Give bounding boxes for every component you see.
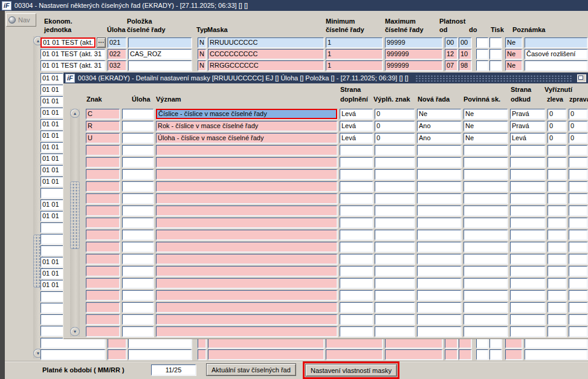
uloha-cell[interactable]: 032 xyxy=(108,60,126,71)
zprava-cell[interactable]: 0 xyxy=(569,133,587,143)
tisk-cell[interactable]: Ne xyxy=(505,60,522,71)
zprava-cell[interactable] xyxy=(569,290,587,300)
znak-cell[interactable] xyxy=(86,230,120,240)
dopl-cell[interactable]: Levá xyxy=(340,109,373,119)
dopl-cell[interactable] xyxy=(340,266,373,276)
vypln-cell[interactable] xyxy=(375,326,415,337)
nova-cell[interactable] xyxy=(417,169,461,180)
zprava-cell[interactable] xyxy=(569,326,587,337)
povinna-cell[interactable]: Ne xyxy=(464,109,508,119)
uloha-cell[interactable] xyxy=(122,278,153,288)
znak-cell[interactable] xyxy=(86,254,120,264)
uloha-cell[interactable] xyxy=(122,242,153,252)
zleva-cell[interactable]: 0 xyxy=(548,121,566,131)
uloha-cell[interactable] xyxy=(122,218,153,228)
odkud-cell[interactable]: Levá xyxy=(510,133,545,143)
nova-cell[interactable] xyxy=(417,193,461,204)
zprava-cell[interactable] xyxy=(569,145,587,155)
min-cell[interactable] xyxy=(326,338,383,348)
ej-cell[interactable] xyxy=(40,338,105,348)
vyznam-cell[interactable] xyxy=(156,290,337,300)
pozn-cell[interactable] xyxy=(525,349,587,360)
povinna-cell[interactable] xyxy=(464,278,508,288)
pozn-cell[interactable]: Časové rozlišení xyxy=(525,49,587,59)
typ-cell[interactable]: N xyxy=(198,37,206,48)
min-cell[interactable]: 1 xyxy=(326,60,383,71)
do2-cell[interactable] xyxy=(489,338,502,348)
nova-cell[interactable] xyxy=(417,145,461,155)
do1-cell[interactable] xyxy=(476,338,488,348)
od2-cell[interactable]: 10 xyxy=(459,49,471,59)
uloha-cell[interactable] xyxy=(108,349,126,360)
odkud-cell[interactable] xyxy=(510,206,545,216)
znak-cell[interactable] xyxy=(86,290,120,300)
zprava-cell[interactable] xyxy=(569,230,587,240)
nova-cell[interactable] xyxy=(417,230,461,240)
odkud-cell[interactable]: Pravá xyxy=(510,121,545,131)
vyznam-cell[interactable] xyxy=(156,302,337,313)
zleva-cell[interactable] xyxy=(548,266,566,276)
dopl-cell[interactable] xyxy=(340,290,373,300)
ej-cell[interactable]: 01 01 TEST (akt. 31 xyxy=(40,60,105,71)
od1-cell[interactable]: 00 xyxy=(445,37,457,48)
zprava-cell[interactable] xyxy=(569,266,587,276)
maska-cell[interactable]: CCCCCCCCCC xyxy=(208,49,324,59)
zleva-cell[interactable] xyxy=(548,230,566,240)
povinna-cell[interactable] xyxy=(464,266,508,276)
povinna-cell[interactable] xyxy=(464,218,508,228)
od2-cell[interactable]: 00 xyxy=(459,37,471,48)
odkud-cell[interactable] xyxy=(510,181,545,192)
min-cell[interactable]: 1 xyxy=(326,49,383,59)
vyznam-cell[interactable] xyxy=(156,326,337,337)
dopl-cell[interactable] xyxy=(340,278,373,288)
do2-cell[interactable] xyxy=(489,37,502,48)
nova-cell[interactable] xyxy=(417,206,461,216)
uloha-cell[interactable] xyxy=(122,181,153,192)
vypln-cell[interactable] xyxy=(375,290,415,300)
ej-lookup-button[interactable]: ··· xyxy=(97,37,106,48)
vypln-cell[interactable] xyxy=(375,266,415,276)
dopl-cell[interactable] xyxy=(340,242,373,252)
do2-cell[interactable] xyxy=(489,349,502,360)
zleva-cell[interactable] xyxy=(548,206,566,216)
nova-cell[interactable] xyxy=(417,181,461,192)
uloha-cell[interactable] xyxy=(122,266,153,276)
vyznam-cell[interactable]: Číslice - číslice v masce číselné řady xyxy=(156,109,337,119)
od1-cell[interactable]: 07 xyxy=(445,60,457,71)
dopl-cell[interactable] xyxy=(340,157,373,167)
dialog-scroll-down-icon[interactable]: ▼ xyxy=(70,327,80,336)
znak-cell[interactable] xyxy=(86,181,120,192)
uloha-cell[interactable] xyxy=(122,193,153,204)
vypln-cell[interactable] xyxy=(375,157,415,167)
nova-cell[interactable] xyxy=(417,254,461,264)
vypln-cell[interactable] xyxy=(375,278,415,288)
zleva-cell[interactable] xyxy=(548,326,566,337)
vypln-cell[interactable] xyxy=(375,181,415,192)
typ-cell[interactable] xyxy=(198,338,206,348)
vyznam-cell[interactable] xyxy=(156,169,337,180)
vyznam-cell[interactable]: Rok - číslice v masce číselné řady xyxy=(156,121,337,131)
vyznam-cell[interactable] xyxy=(156,230,337,240)
vypln-cell[interactable]: 0 xyxy=(375,121,415,131)
vyznam-cell[interactable] xyxy=(156,218,337,228)
nova-cell[interactable] xyxy=(417,278,461,288)
nova-cell[interactable]: Ano xyxy=(417,121,461,131)
odkud-cell[interactable] xyxy=(510,290,545,300)
uloha-cell[interactable] xyxy=(122,157,153,167)
do1-cell[interactable] xyxy=(476,49,488,59)
zprava-cell[interactable] xyxy=(569,157,587,167)
uloha-cell[interactable] xyxy=(122,326,153,337)
nav-toggle[interactable]: Nav xyxy=(6,13,36,27)
zprava-cell[interactable] xyxy=(569,254,587,264)
zleva-cell[interactable] xyxy=(548,145,566,155)
nova-cell[interactable]: Ne xyxy=(417,109,461,119)
zleva-cell[interactable] xyxy=(548,302,566,313)
odkud-cell[interactable] xyxy=(510,314,545,325)
current-state-button[interactable]: Aktuální stav číselných řad xyxy=(206,363,296,376)
polozka-cell[interactable] xyxy=(128,37,192,48)
maska-cell[interactable]: RRUUUCCCCC xyxy=(208,37,324,48)
povinna-cell[interactable] xyxy=(464,326,508,337)
povinna-cell[interactable] xyxy=(464,302,508,313)
povinna-cell[interactable] xyxy=(464,230,508,240)
zprava-cell[interactable] xyxy=(569,181,587,192)
